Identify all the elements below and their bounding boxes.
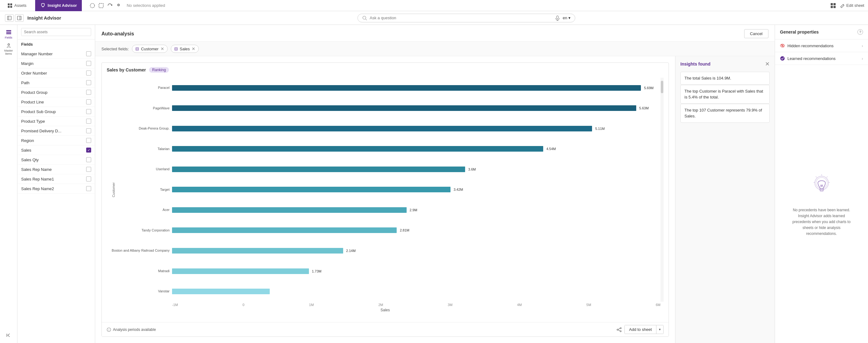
add-to-sheet-dropdown[interactable]: ▾ bbox=[656, 325, 663, 333]
customer-chip-close[interactable]: ✕ bbox=[160, 46, 164, 51]
help-button[interactable]: ? bbox=[858, 29, 863, 35]
insight-card: The top 107 Customer represents 79.9% of… bbox=[680, 104, 770, 123]
bar[interactable] bbox=[172, 268, 309, 274]
bar[interactable] bbox=[172, 146, 543, 151]
field-item[interactable]: Sales Rep Name bbox=[18, 165, 95, 174]
field-name: Product Line bbox=[21, 100, 44, 104]
field-checkbox[interactable] bbox=[86, 176, 91, 181]
sidebar-collapse-button[interactable] bbox=[6, 333, 11, 339]
field-checkbox[interactable] bbox=[86, 119, 91, 124]
assets-tab[interactable]: Assets bbox=[4, 3, 30, 8]
field-item[interactable]: Sales Qty bbox=[18, 155, 95, 165]
field-checkbox[interactable] bbox=[86, 61, 91, 66]
topbar-tools bbox=[89, 2, 122, 9]
field-checkbox[interactable] bbox=[86, 80, 91, 85]
field-item[interactable]: Margin bbox=[18, 59, 95, 68]
field-item[interactable]: Manager Number bbox=[18, 49, 95, 59]
bar-row: 2.9M bbox=[172, 206, 660, 214]
edit-sheet-button[interactable]: Edit sheet bbox=[840, 3, 864, 8]
bar-value: 3.6M bbox=[468, 168, 476, 171]
fields-header: Fields bbox=[18, 39, 95, 49]
y-label: Paracel bbox=[111, 86, 169, 90]
pin-tool-icon[interactable] bbox=[116, 2, 122, 9]
fields-search-input[interactable] bbox=[21, 28, 91, 36]
customer-chip[interactable]: ⊟ Customer ✕ bbox=[132, 45, 167, 53]
cancel-button[interactable]: Cancel bbox=[744, 29, 769, 38]
field-item[interactable]: Order Number bbox=[18, 68, 95, 78]
y-label: Vanstar bbox=[111, 289, 169, 293]
field-item[interactable]: Promised Delivery D... bbox=[18, 126, 95, 136]
lasso-tool-icon[interactable] bbox=[89, 2, 95, 9]
chart-scroll-thumb bbox=[661, 81, 663, 93]
field-checkbox[interactable] bbox=[86, 186, 91, 191]
rotate-tool-icon[interactable] bbox=[107, 2, 113, 9]
panel-toggle-left[interactable] bbox=[5, 14, 14, 22]
search-icon bbox=[362, 15, 367, 21]
field-item[interactable]: Product Line bbox=[18, 97, 95, 107]
selection-tool-icon[interactable] bbox=[98, 2, 104, 9]
field-checkbox[interactable] bbox=[86, 71, 91, 75]
sales-chip[interactable]: ⊟ Sales ✕ bbox=[171, 45, 199, 53]
field-item[interactable]: Product Type bbox=[18, 116, 95, 126]
field-checkbox[interactable] bbox=[86, 157, 91, 162]
field-item[interactable]: Path bbox=[18, 78, 95, 88]
svg-rect-26 bbox=[6, 30, 11, 31]
hidden-recommendations-section[interactable]: Hidden recommendations › bbox=[775, 39, 868, 52]
field-item[interactable]: Product Sub Group bbox=[18, 107, 95, 116]
field-checkbox[interactable] bbox=[86, 138, 91, 143]
language-selector[interactable]: en ▾ bbox=[563, 15, 570, 20]
bar-value: 3.42M bbox=[454, 187, 463, 192]
insight-cards: The total Sales is 104.9M.The top Custom… bbox=[680, 72, 770, 123]
insight-advisor-tab[interactable]: Insight Advisor bbox=[35, 0, 82, 11]
bar-value: 5.69M bbox=[644, 86, 654, 90]
field-checkbox[interactable] bbox=[86, 99, 91, 104]
field-checkbox[interactable] bbox=[86, 128, 91, 133]
panel-toggle-right[interactable] bbox=[15, 14, 24, 22]
svg-rect-3 bbox=[10, 6, 12, 8]
bar[interactable] bbox=[172, 207, 407, 213]
field-item[interactable]: Sales Rep Name1 bbox=[18, 174, 95, 184]
svg-rect-9 bbox=[99, 3, 103, 8]
sidebar-master-items-icon[interactable]: Master items bbox=[2, 43, 15, 55]
bar[interactable] bbox=[172, 126, 592, 131]
x-axis-tick: 2M bbox=[378, 303, 383, 307]
insights-close-button[interactable]: ✕ bbox=[765, 61, 770, 67]
sales-chip-close[interactable]: ✕ bbox=[192, 46, 195, 51]
bar[interactable] bbox=[172, 187, 451, 192]
right-panel-title: General properties bbox=[780, 30, 819, 34]
question-input[interactable] bbox=[370, 15, 552, 20]
bar-row: 3.6M bbox=[172, 166, 660, 173]
share-icon[interactable] bbox=[616, 327, 622, 333]
field-checkbox[interactable] bbox=[86, 147, 91, 152]
field-item[interactable]: Product Group bbox=[18, 88, 95, 97]
chart-header: Sales by Customer Ranking bbox=[102, 63, 669, 75]
sidebar-fields-icon[interactable]: Fields bbox=[2, 28, 15, 40]
bar[interactable] bbox=[172, 288, 270, 294]
bar[interactable] bbox=[172, 167, 465, 172]
panel-left-icon bbox=[7, 16, 11, 20]
add-to-sheet-button[interactable]: Add to sheet ▾ bbox=[624, 325, 663, 334]
chart-scrollbar[interactable] bbox=[660, 78, 663, 302]
question-search-bar[interactable]: en ▾ bbox=[358, 14, 575, 22]
bar[interactable] bbox=[172, 85, 641, 91]
grid-view-icon[interactable] bbox=[830, 2, 836, 9]
bar[interactable] bbox=[172, 248, 343, 253]
field-item[interactable]: Sales Rep Name2 bbox=[18, 184, 95, 194]
field-item[interactable]: Region bbox=[18, 136, 95, 145]
add-to-sheet-label[interactable]: Add to sheet bbox=[625, 325, 656, 334]
field-item[interactable]: Sales bbox=[18, 145, 95, 155]
field-checkbox[interactable] bbox=[86, 90, 91, 95]
bar[interactable] bbox=[172, 228, 397, 233]
sales-chip-label: Sales bbox=[180, 46, 190, 51]
field-checkbox[interactable] bbox=[86, 51, 91, 56]
bar[interactable] bbox=[172, 105, 636, 111]
field-checkbox[interactable] bbox=[86, 109, 91, 114]
learned-rec-left: Learned recommendations bbox=[780, 56, 836, 61]
microphone-icon[interactable] bbox=[555, 15, 560, 21]
hidden-rec-left: Hidden recommendations bbox=[780, 43, 834, 48]
bar-chart: Customer ParacelPageWaveDeak-Perera Grou… bbox=[107, 78, 663, 317]
svg-point-11 bbox=[118, 5, 119, 5]
field-checkbox[interactable] bbox=[86, 167, 91, 172]
learned-recommendations-section[interactable]: Learned recommendations › bbox=[775, 52, 868, 65]
topbar-right: Edit sheet bbox=[830, 2, 864, 9]
